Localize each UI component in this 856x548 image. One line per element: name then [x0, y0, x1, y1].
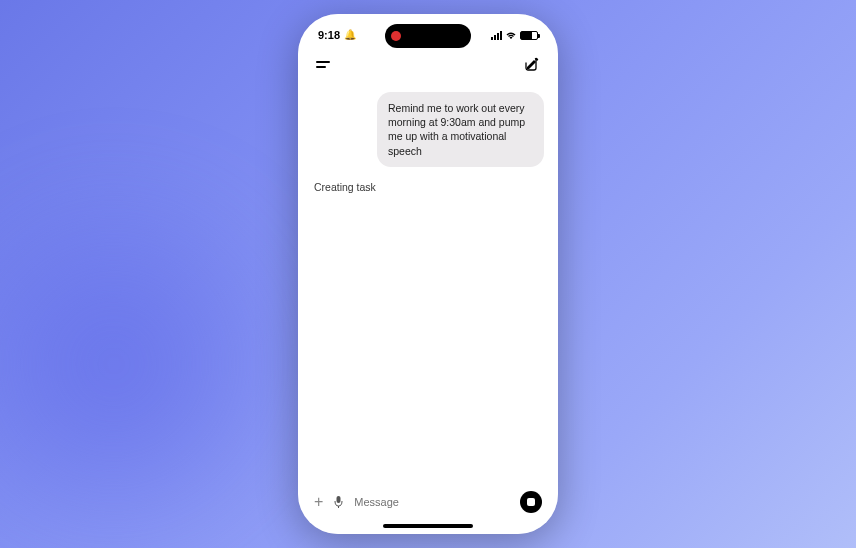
clock: 9:18 [318, 29, 340, 41]
cellular-signal-icon [491, 31, 502, 40]
user-message-bubble: Remind me to work out every morning at 9… [377, 92, 544, 167]
chat-area: Remind me to work out every morning at 9… [298, 80, 558, 482]
alarm-icon: 🔔 [344, 30, 356, 40]
input-bar: + [298, 482, 558, 524]
wifi-icon [505, 31, 517, 40]
message-input[interactable] [354, 496, 510, 508]
recording-indicator-icon [391, 31, 401, 41]
menu-icon[interactable] [316, 61, 330, 68]
assistant-status-text: Creating task [314, 181, 544, 193]
user-message-text: Remind me to work out every morning at 9… [388, 102, 525, 157]
send-button[interactable] [520, 491, 542, 513]
svg-rect-1 [337, 496, 341, 503]
statusbar-right [491, 31, 538, 40]
add-attachment-icon[interactable]: + [314, 493, 323, 511]
battery-icon [520, 31, 538, 40]
phone-frame: 9:18 🔔 Remind me to work out every morni… [298, 14, 558, 534]
home-indicator[interactable] [383, 524, 473, 528]
dynamic-island [385, 24, 471, 48]
app-navbar [298, 48, 558, 80]
statusbar-left: 9:18 🔔 [318, 29, 356, 41]
stop-icon [527, 498, 535, 506]
compose-icon[interactable] [524, 56, 540, 72]
microphone-icon[interactable] [333, 495, 344, 509]
